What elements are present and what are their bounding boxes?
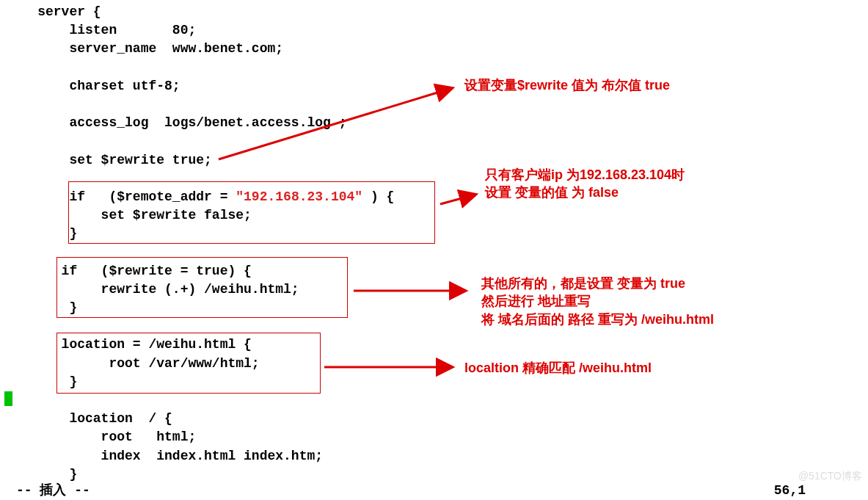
line-13: }	[6, 226, 77, 241]
editor-cursor	[4, 391, 12, 406]
annotation-rewrite-path: 其他所有的，都是设置 变量为 true 然后进行 地址重写 将 域名后面的 路径…	[481, 275, 714, 328]
annotation-location-match: localtion 精确匹配 /weihu.html	[464, 359, 652, 377]
line-24: root html;	[6, 430, 196, 444]
line-26: }	[6, 467, 77, 482]
line-7: access_log logs/benet.access.log ;	[6, 115, 346, 130]
line-23: location / {	[6, 411, 172, 426]
annotation-set-rewrite: 设置变量$rewrite 值为 布尔值 true	[464, 76, 670, 94]
highlight-box-location-weihu	[56, 333, 321, 394]
line-9: set $rewrite true;	[6, 153, 212, 167]
line-5: charset utf-8;	[6, 79, 180, 93]
highlight-box-if-rewrite-true	[56, 257, 348, 318]
vim-status-mode: -- 插入 --	[16, 482, 90, 500]
line-3: server_name www.benet.com;	[6, 41, 283, 56]
highlight-box-if-remote-addr	[68, 181, 435, 244]
line-25: index index.html index.htm;	[6, 449, 323, 463]
line-1: server {	[6, 4, 101, 19]
svg-line-1	[440, 195, 475, 204]
vim-cursor-position: 56,1	[774, 482, 806, 500]
annotation-client-ip: 只有客户端ip 为192.168.23.104时 设置 变量的值 为 false	[485, 166, 685, 202]
watermark: @51CTO博客	[798, 469, 862, 484]
line-2: listen 80;	[6, 23, 196, 37]
